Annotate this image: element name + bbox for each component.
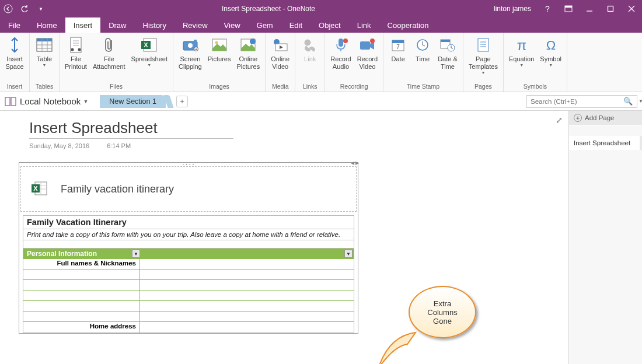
menu-history[interactable]: History xyxy=(135,18,175,33)
svg-point-38 xyxy=(370,38,375,43)
svg-point-17 xyxy=(71,48,74,51)
svg-rect-56 xyxy=(5,97,10,106)
pictures-button[interactable]: Pictures xyxy=(205,34,234,82)
svg-rect-2 xyxy=(565,6,572,8)
menu-file[interactable]: File xyxy=(0,18,29,33)
menu-view[interactable]: View xyxy=(216,18,249,33)
maximize-button[interactable] xyxy=(600,0,621,18)
svg-rect-37 xyxy=(360,41,370,50)
svg-rect-8 xyxy=(37,38,52,41)
file-printout-button[interactable]: File Printout xyxy=(62,34,90,82)
menu-home[interactable]: Home xyxy=(29,18,65,33)
add-section-button[interactable]: + xyxy=(176,96,188,107)
filter-dropdown-icon[interactable]: ▼ xyxy=(344,250,353,258)
minimize-button[interactable] xyxy=(579,0,600,18)
insert-space-button[interactable]: Insert Space xyxy=(2,34,27,82)
search-box[interactable]: 🔍 ▼ xyxy=(526,95,637,108)
menu-cooperation[interactable]: Cooperation xyxy=(379,18,437,33)
filter-dropdown-icon[interactable]: ▼ xyxy=(132,250,140,258)
page-title[interactable]: Insert Spreadsheet xyxy=(29,119,568,137)
window-title: Insert Spreadsheet - OneNote xyxy=(49,5,488,13)
camera-icon: + xyxy=(181,36,200,54)
group-files: Files xyxy=(110,82,123,92)
record-video-icon xyxy=(358,36,376,54)
page-templates-icon xyxy=(474,36,493,54)
menu-object[interactable]: Object xyxy=(310,18,349,33)
svg-text:+: + xyxy=(195,47,197,51)
search-icon[interactable]: 🔍 xyxy=(620,97,636,106)
undo-button[interactable] xyxy=(16,0,33,18)
svg-point-18 xyxy=(78,48,81,51)
page-templates-button[interactable]: Page Templates▼ xyxy=(466,34,501,82)
sheet-instructions: Print and take a copy of this form with … xyxy=(23,229,354,240)
svg-rect-40 xyxy=(392,40,404,43)
page-time: 6:14 PM xyxy=(107,142,131,149)
add-page-button[interactable]: +Add Page xyxy=(569,111,642,125)
menu-gem[interactable]: Gem xyxy=(249,18,281,33)
file-printout-icon xyxy=(67,36,85,54)
equation-icon: π xyxy=(512,36,531,54)
link-icon xyxy=(301,36,319,54)
embedded-spreadsheet[interactable]: • • • • ◀ ▶ X Family vacation itinerary … xyxy=(19,162,358,334)
online-video-button[interactable]: Online Video xyxy=(268,34,292,82)
equation-button[interactable]: πEquation▼ xyxy=(506,34,537,82)
svg-rect-50 xyxy=(478,38,489,51)
group-media: Media xyxy=(272,82,289,92)
notebook-selector[interactable]: Local Notebook ▼ xyxy=(16,96,92,106)
svg-rect-57 xyxy=(11,97,16,106)
file-attachment-button[interactable]: File Attachment xyxy=(90,34,128,82)
sheet-title: Family Vacation Itinerary xyxy=(23,216,354,229)
group-tables: Tables xyxy=(36,82,53,92)
excel-icon: X xyxy=(32,181,48,197)
date-button[interactable]: 7Date xyxy=(386,34,410,82)
help-button[interactable]: ? xyxy=(537,0,558,18)
page-list-item[interactable]: Insert Spreadsheet xyxy=(569,136,642,150)
svg-rect-34 xyxy=(339,38,343,47)
group-timestamp: Time Stamp xyxy=(407,82,439,92)
spreadsheet-button[interactable]: XSpreadsheet▼ xyxy=(128,34,170,82)
symbol-button[interactable]: ΩSymbol▼ xyxy=(537,34,564,82)
svg-text:X: X xyxy=(144,41,148,48)
account-name[interactable]: linton james xyxy=(488,5,537,13)
record-audio-button[interactable]: Record Audio xyxy=(327,34,354,82)
sheet-label: Home address xyxy=(23,322,140,332)
expand-page-button[interactable]: ⤢ xyxy=(556,116,563,125)
svg-point-33 xyxy=(305,40,310,46)
time-button[interactable]: Time xyxy=(410,34,435,82)
menu-review[interactable]: Review xyxy=(175,18,216,33)
online-pictures-button[interactable]: Online Pictures xyxy=(233,34,263,82)
sheet-section-header: Personal Information ▼ ▼ xyxy=(23,249,354,259)
group-symbols: Symbols xyxy=(524,82,547,92)
table-button[interactable]: Table▼ xyxy=(32,34,57,82)
group-pages: Pages xyxy=(474,82,492,92)
date-time-button[interactable]: Date & Time xyxy=(435,34,460,82)
online-video-icon xyxy=(271,36,289,54)
group-insert: Insert xyxy=(7,82,22,92)
ribbon-display-button[interactable] xyxy=(558,0,579,18)
close-button[interactable] xyxy=(621,0,642,18)
search-scope-button[interactable]: ▼ xyxy=(636,99,642,104)
menu-insert[interactable]: Insert xyxy=(65,18,101,33)
section-tab[interactable]: New Section 1 xyxy=(100,95,166,108)
insert-space-icon xyxy=(5,36,24,54)
pictures-icon xyxy=(210,36,229,54)
svg-text:Ω: Ω xyxy=(546,38,555,52)
qat-customize-button[interactable]: ▼ xyxy=(33,0,49,18)
svg-point-23 xyxy=(188,43,193,48)
svg-rect-4 xyxy=(608,6,613,12)
svg-point-36 xyxy=(343,38,348,43)
group-links: Links xyxy=(303,82,317,92)
back-button[interactable] xyxy=(0,0,16,18)
menu-link[interactable]: Link xyxy=(349,18,379,33)
embedded-file-title: Family vacation itinerary xyxy=(61,183,174,195)
screen-clipping-button[interactable]: +Screen Clipping xyxy=(176,34,205,82)
menu-edit[interactable]: Edit xyxy=(281,18,310,33)
svg-point-28 xyxy=(215,41,218,44)
menu-draw[interactable]: Draw xyxy=(100,18,134,33)
svg-text:π: π xyxy=(517,37,526,52)
group-images: Images xyxy=(209,82,229,92)
record-video-button[interactable]: Record Video xyxy=(354,34,381,82)
date-icon: 7 xyxy=(389,36,407,54)
time-icon xyxy=(413,36,432,54)
search-input[interactable] xyxy=(527,98,620,105)
